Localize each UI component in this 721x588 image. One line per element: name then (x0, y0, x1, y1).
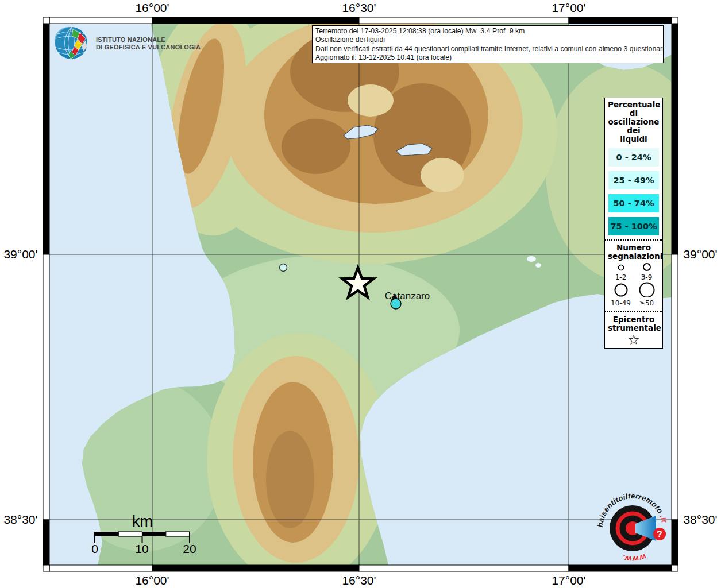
ingv-logo: ISTITUTO NAZIONALE DI GEOFISICA E VULCAN… (53, 26, 201, 61)
report-circle-medium-icon (641, 262, 653, 272)
event-subtitle: Oscillazione dei liquidi (315, 36, 660, 44)
legend-scale-title: Percentuale di oscillazione dei liquidi (608, 100, 660, 144)
event-update-time: Aggiornato il: 13-12-2025 10:41 (ora loc… (315, 53, 660, 62)
legend-title-line: Epicentro (608, 315, 660, 324)
legend-circle-label: 1-2 (608, 274, 634, 281)
axis-label-top-17-00: 17°00' (552, 1, 585, 15)
legend-reports-title: Numero segnalazioni (608, 243, 660, 261)
report-circle-large-icon (613, 281, 629, 297)
haisentitoilterremoto-logo[interactable]: ? haisentitoilterremoto .it www. (592, 488, 673, 570)
scalebar-unit: km (132, 513, 153, 530)
legend-circle-1-2: 1-2 (608, 262, 634, 281)
earthquake-map-page: Catanzaro km 0 10 20 (0, 0, 721, 588)
event-data-note: Dati non verificati estratti da 44 quest… (315, 45, 660, 53)
city-label: Catanzaro (385, 291, 430, 301)
legend-divider (605, 311, 662, 312)
ingv-logo-line2: DI GEOFISICA E VULCANOLOGIA (96, 44, 201, 52)
legend-circle-label: 10-49 (608, 300, 634, 307)
legend-swatch-50-74: 50 - 74% (608, 194, 659, 212)
legend-title-line: dei (608, 126, 660, 135)
legend-title-line: strumentale (608, 324, 660, 332)
legend-report-circles: 1-2 3-9 10-49 ≥50 (608, 262, 660, 307)
axis-label-left-39-00: 39°00' (3, 247, 37, 261)
ingv-logo-text: ISTITUTO NAZIONALE DI GEOFISICA E VULCAN… (96, 36, 201, 52)
legend-swatch-25-49: 25 - 49% (608, 171, 659, 189)
report-dot-weak (280, 264, 287, 272)
event-info-box: Terremoto del 17-03-2025 12:08:38 (ora l… (312, 25, 664, 63)
axis-label-bottom-16-00: 16°00' (135, 574, 169, 587)
legend-title-line: segnalazioni (608, 252, 660, 261)
legend-title-line: di (608, 109, 660, 118)
legend-title-line: Numero (608, 243, 660, 252)
axis-label-bottom-16-30: 16°30' (342, 574, 376, 587)
report-circle-xlarge-icon (638, 281, 656, 297)
legend-circle-label: 3-9 (634, 274, 660, 281)
legend-title-line: oscillazione (608, 118, 660, 126)
legend-swatch-0-24: 0 - 24% (608, 148, 659, 167)
question-mark-glyph: ? (657, 529, 662, 539)
watermark-tld-text: .it (658, 513, 669, 523)
axis-label-bottom-17-00: 17°00' (552, 574, 585, 587)
axis-label-top-16-30: 16°30' (342, 1, 376, 15)
ingv-logo-line1: ISTITUTO NAZIONALE (96, 36, 201, 44)
svg-text:www.: www. (620, 552, 647, 564)
event-title: Terremoto del 17-03-2025 12:08:38 (ora l… (315, 27, 660, 36)
report-circle-small-icon (615, 262, 627, 272)
legend-epicenter-title: Epicentro strumentale (608, 315, 660, 332)
legend-circle-3-9: 3-9 (634, 262, 660, 281)
scalebar-tick-20: 20 (183, 542, 196, 555)
legend-divider (605, 239, 662, 241)
axis-label-top-16-00: 16°00' (135, 1, 169, 15)
ingv-globe-icon (53, 26, 91, 61)
legend-title-line: liquidi (608, 135, 660, 144)
axis-label-right-39-00: 39°00' (683, 247, 717, 261)
legend-swatch-75-100: 75 - 100% (608, 217, 659, 235)
legend-title-line: Percentuale (608, 100, 660, 109)
epicenter-legend-star-icon: ☆ (608, 332, 660, 347)
scalebar-tick-10: 10 (135, 542, 148, 555)
axis-label-left-38-30: 38°30' (3, 513, 37, 527)
axis-label-right-38-30: 38°30' (683, 513, 717, 527)
legend: Percentuale di oscillazione dei liquidi … (604, 98, 663, 349)
legend-circle-50plus: ≥50 (634, 281, 660, 307)
watermark-www-text: www. (620, 552, 647, 564)
legend-circle-label: ≥50 (634, 300, 660, 307)
legend-circle-10-49: 10-49 (608, 281, 634, 307)
city-report-dot (391, 299, 401, 309)
scalebar-tick-0: 0 (91, 542, 98, 555)
